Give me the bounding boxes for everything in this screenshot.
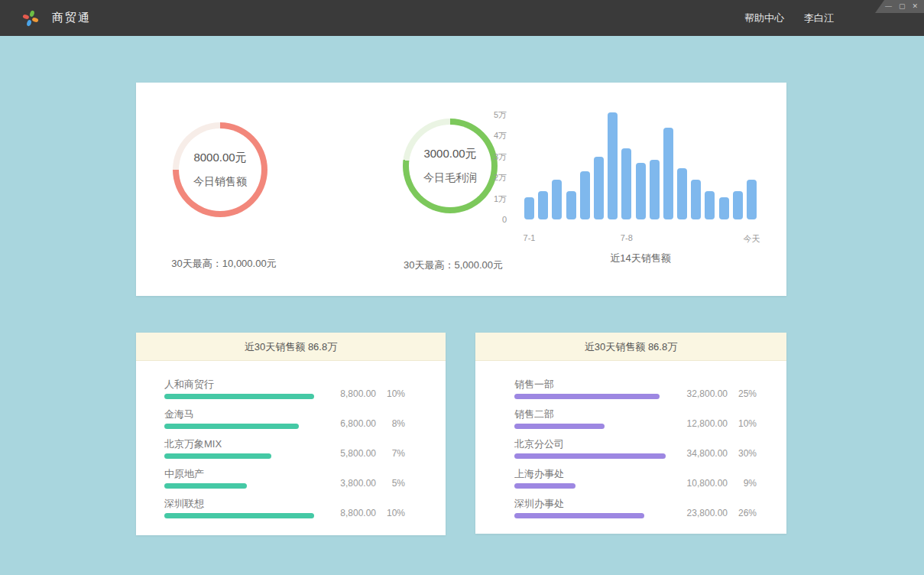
- sales-bar-4: [580, 171, 590, 219]
- app-logo-icon: [21, 9, 40, 28]
- today-sales-donut-center: 8000.00元 今日销售额: [173, 122, 267, 217]
- user-name-link[interactable]: 李白江: [804, 11, 834, 25]
- rank-row-percent: 10%: [728, 418, 757, 429]
- today-sales-label: 今日销售额: [193, 175, 247, 189]
- rank-row: 金海马6,800.008%: [164, 408, 405, 437]
- sales-bar-8: [636, 163, 646, 219]
- rank-row-value: 5,800.00: [312, 448, 376, 459]
- rank-row-bar: [164, 394, 314, 399]
- rank-row-value: 32,800.00: [663, 388, 728, 399]
- rank-row-percent: 10%: [376, 388, 405, 399]
- window-controls: — ▢ ✕: [875, 0, 924, 13]
- rank-row-name: 销售一部: [514, 378, 554, 391]
- department-rank-card: 近30天销售额 86.8万 销售一部32,800.0025%销售二部12,800…: [475, 333, 786, 534]
- rank-row-percent: 25%: [728, 388, 757, 399]
- today-sales-donut: 8000.00元 今日销售额: [173, 122, 267, 217]
- rank-row-numbers: 6,800.008%: [312, 418, 405, 429]
- rank-row-bar-track: [164, 513, 317, 518]
- sales-bar-10: [663, 128, 673, 219]
- x-tick-label: 7-8: [621, 233, 633, 242]
- rank-row-name: 中原地产: [164, 467, 204, 481]
- rank-row-value: 8,800.00: [312, 508, 376, 518]
- rank-row-numbers: 32,800.0025%: [663, 388, 757, 399]
- rank-row-bar-track: [514, 513, 667, 518]
- rank-row-bar: [514, 453, 666, 459]
- rank-row-numbers: 8,800.0010%: [312, 388, 405, 399]
- sales-bar-11: [677, 168, 687, 219]
- rank-row-value: 10,800.00: [663, 478, 728, 489]
- sales-bar-12: [691, 180, 701, 219]
- profit-30day-max-label: 30天最高：5,000.00元: [365, 258, 541, 272]
- sales-bar-0: [524, 197, 534, 219]
- rank-row-bar-track: [164, 453, 317, 459]
- rank-row: 人和商贸行8,800.0010%: [164, 378, 405, 408]
- rank-row-numbers: 10,800.009%: [663, 478, 757, 489]
- today-profit-donut: 3000.00元 今日毛利润: [403, 119, 498, 213]
- sales-bar-13: [705, 191, 715, 219]
- rank-row-bar-track: [514, 453, 667, 459]
- sales-bar-5: [594, 157, 604, 220]
- rank-row-percent: 26%: [728, 508, 757, 518]
- rank-row: 北京分公司34,800.0030%: [514, 437, 757, 467]
- rank-row: 深圳办事处23,800.0026%: [514, 497, 757, 527]
- rank-row-percent: 5%: [376, 478, 405, 489]
- sales-bar-3: [566, 191, 576, 219]
- customer-rank-card: 近30天销售额 86.8万 人和商贸行8,800.0010%金海马6,800.0…: [136, 333, 446, 535]
- app-title: 商贸通: [52, 11, 91, 25]
- rank-row-value: 12,800.00: [663, 418, 728, 429]
- x-tick-label: 7-1: [524, 233, 536, 242]
- sales-bar-9: [650, 160, 660, 219]
- rank-row-bar: [164, 513, 314, 518]
- rank-row-numbers: 12,800.0010%: [663, 418, 757, 429]
- rank-row-value: 3,800.00: [312, 478, 376, 489]
- today-sales-value: 8000.00元: [193, 151, 246, 165]
- sales-bar-7: [621, 148, 631, 220]
- rank-row-bar-track: [514, 394, 667, 399]
- rank-row-value: 34,800.00: [663, 448, 728, 459]
- sales-bar-2: [552, 180, 562, 219]
- rank-row-bar: [514, 394, 660, 399]
- today-profit-label: 今日毛利润: [423, 171, 477, 185]
- department-rank-title: 近30天销售额 86.8万: [475, 333, 786, 361]
- rank-row-bar-track: [514, 424, 667, 429]
- top-bar-right: 帮助中心 李白江: [744, 11, 924, 25]
- rank-row: 中原地产3,800.005%: [164, 467, 405, 497]
- rank-row: 深圳联想8,800.0010%: [164, 497, 405, 527]
- rank-row-bar-track: [514, 483, 667, 489]
- top-bar: 商贸通 帮助中心 李白江 — ▢ ✕: [0, 0, 924, 36]
- rank-row-name: 上海办事处: [514, 467, 564, 481]
- rank-row-numbers: 34,800.0030%: [663, 448, 757, 459]
- sales-chart-x-axis: 7-17-8今天: [524, 233, 757, 244]
- rank-row-bar: [164, 424, 299, 429]
- today-profit-donut-center: 3000.00元 今日毛利润: [403, 119, 498, 213]
- rank-row-bar: [164, 483, 247, 489]
- help-center-link[interactable]: 帮助中心: [744, 11, 784, 25]
- rank-row: 上海办事处10,800.009%: [514, 467, 757, 497]
- sales-30day-max-label: 30天最高：10,000.00元: [136, 257, 312, 271]
- rank-row-value: 23,800.00: [663, 508, 728, 518]
- rank-row-bar: [514, 513, 644, 518]
- maximize-button[interactable]: ▢: [899, 0, 906, 13]
- sales-bar-6: [608, 112, 618, 219]
- rank-row-bar-track: [164, 394, 317, 399]
- sales-bar-14: [719, 197, 729, 219]
- rank-row: 销售二部12,800.0010%: [514, 408, 757, 437]
- rank-row-name: 北京万象MIX: [164, 437, 222, 451]
- sales-chart-bars: [524, 110, 757, 219]
- rank-row-percent: 9%: [728, 478, 757, 489]
- today-profit-value: 3000.00元: [423, 147, 476, 161]
- rank-row-bar-track: [164, 424, 317, 429]
- rank-row-numbers: 5,800.007%: [312, 448, 405, 459]
- rank-row-bar: [514, 483, 575, 489]
- sales-bar-1: [538, 191, 548, 219]
- sales-chart-title: 近14天销售额: [524, 252, 757, 265]
- y-tick-label: 0: [472, 214, 507, 225]
- close-button[interactable]: ✕: [912, 0, 918, 13]
- sales-bar-16: [747, 180, 757, 219]
- rank-row: 销售一部32,800.0025%: [514, 378, 757, 408]
- sales-bar-15: [733, 191, 743, 219]
- rank-row-name: 深圳办事处: [514, 497, 564, 511]
- x-tick-label: 今天: [744, 233, 760, 245]
- minimize-button[interactable]: —: [885, 0, 892, 13]
- rank-row-numbers: 8,800.0010%: [312, 508, 405, 518]
